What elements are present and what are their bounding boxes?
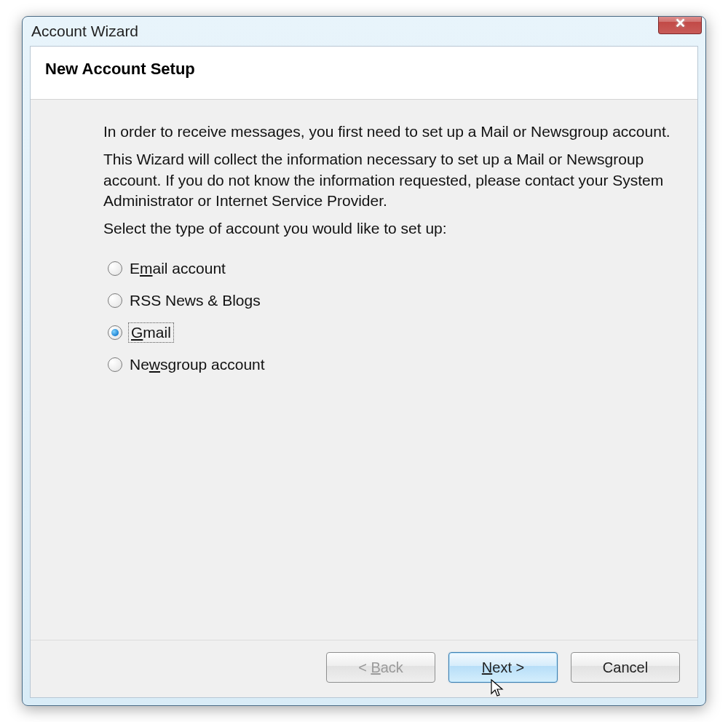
radio-newsgroup-account[interactable]: Newsgroup account — [108, 356, 672, 373]
radio-rss-news-blogs[interactable]: RSS News & Blogs — [108, 292, 672, 309]
wizard-content: In order to receive messages, you first … — [31, 100, 697, 640]
cancel-button[interactable]: Cancel — [571, 652, 680, 683]
radio-icon — [108, 357, 122, 372]
close-icon: ✕ — [675, 17, 686, 30]
window-title: Account Wizard — [31, 23, 138, 40]
client-area: New Account Setup In order to receive me… — [30, 46, 698, 698]
back-button[interactable]: < Back — [326, 652, 435, 683]
intro-paragraph-2: This Wizard will collect the information… — [103, 149, 672, 211]
titlebar[interactable]: Account Wizard ✕ — [23, 17, 705, 46]
radio-label: Email account — [130, 260, 226, 277]
page-title: New Account Setup — [45, 60, 683, 79]
radio-icon — [108, 325, 122, 340]
account-wizard-window: Account Wizard ✕ New Account Setup In or… — [22, 16, 706, 706]
intro-paragraph-1: In order to receive messages, you first … — [103, 122, 672, 142]
intro-paragraph-3: Select the type of account you would lik… — [103, 218, 672, 239]
radio-gmail[interactable]: Gmail — [108, 324, 672, 341]
button-bar: < Back Next > Cancel — [31, 640, 697, 697]
radio-email-account[interactable]: Email account — [108, 260, 672, 277]
radio-icon — [108, 293, 122, 308]
account-type-radio-group: Email account RSS News & Blogs Gmail New… — [103, 260, 672, 373]
wizard-header: New Account Setup — [31, 47, 697, 100]
radio-label: RSS News & Blogs — [130, 292, 261, 309]
next-button[interactable]: Next > — [448, 652, 558, 683]
close-button[interactable]: ✕ — [658, 16, 702, 34]
radio-label: Newsgroup account — [130, 356, 265, 373]
radio-label: Gmail — [130, 324, 173, 341]
radio-icon — [108, 261, 122, 276]
